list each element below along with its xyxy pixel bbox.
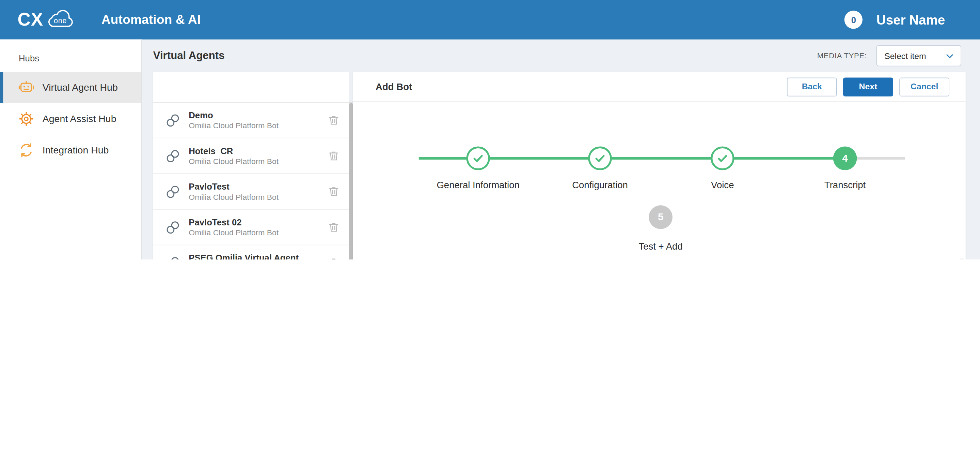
omilia-bot-icon xyxy=(164,184,181,200)
trash-icon[interactable] xyxy=(328,150,340,162)
main-content: Virtual Agents MEDIA TYPE: Select item D… xyxy=(142,40,980,259)
add-bot-title: Add Bot xyxy=(375,81,412,92)
notification-badge[interactable]: 0 xyxy=(845,11,862,29)
bot-name: PSEG Omilia Virtual Agent xyxy=(189,252,299,259)
step-label-general-information: General Information xyxy=(416,180,541,190)
omilia-bot-icon xyxy=(164,112,181,129)
media-type-value: Select item xyxy=(884,51,945,61)
trash-icon[interactable] xyxy=(328,257,340,259)
omilia-bot-icon xyxy=(164,219,181,235)
bot-name: Demo xyxy=(189,109,278,120)
gear-icon xyxy=(18,111,35,127)
sidebar-section-label: Hubs xyxy=(0,40,141,72)
trash-icon[interactable] xyxy=(328,185,340,198)
app-title: Automation & AI xyxy=(102,13,201,27)
add-bot-header: Add Bot Back Next Cancel xyxy=(353,72,966,102)
list-item[interactable]: Hotels_CROmilia Cloud Platform Bot xyxy=(153,139,349,174)
svg-text:one: one xyxy=(54,16,67,24)
sync-arrows-icon xyxy=(18,142,35,158)
trash-icon[interactable] xyxy=(328,221,340,233)
trash-icon[interactable] xyxy=(328,114,340,126)
check-icon xyxy=(594,152,606,165)
add-bot-panel: Add Bot Back Next Cancel xyxy=(353,72,966,259)
bot-name: Hotels_CR xyxy=(189,145,278,156)
sidebar-item-label: Integration Hub xyxy=(43,145,109,156)
page-header: Virtual Agents MEDIA TYPE: Select item xyxy=(142,40,980,72)
bot-list-panel: DemoOmilia Cloud Platform Bot Hotels_CRO… xyxy=(153,72,349,259)
app-window: CX one Automation & AI 0 User Name Hubs xyxy=(0,0,980,259)
step-voice-check xyxy=(711,146,735,170)
step-test-add-circle: 5 xyxy=(649,205,673,229)
list-item[interactable]: PavloTest 02Omilia Cloud Platform Bot xyxy=(153,210,349,246)
page-title: Virtual Agents xyxy=(153,50,225,62)
wizard-scrollbar-track[interactable] xyxy=(960,259,964,259)
cancel-button[interactable]: Cancel xyxy=(899,77,949,96)
check-icon xyxy=(472,152,485,165)
media-type-label: MEDIA TYPE: xyxy=(817,51,867,60)
list-item[interactable]: PSEG Omilia Virtual AgentOmilia Cloud Pl… xyxy=(153,246,349,259)
bot-name: PavloTest 02 xyxy=(189,216,278,227)
step-configuration-check xyxy=(588,146,612,170)
sidebar-item-label: Virtual Agent Hub xyxy=(43,82,118,93)
media-type-select[interactable]: Select item xyxy=(876,45,961,66)
bot-name: PavloTest xyxy=(189,181,278,192)
bot-type: Omilia Cloud Platform Bot xyxy=(189,192,278,203)
bot-list-scrollbar[interactable] xyxy=(349,102,353,259)
bot-type: Omilia Cloud Platform Bot xyxy=(189,156,278,167)
logo-cx-text: CX xyxy=(18,11,43,29)
next-button[interactable]: Next xyxy=(843,77,893,96)
check-icon xyxy=(716,152,729,165)
step-label-transcript: Transcript xyxy=(783,180,907,190)
cxone-logo: CX one xyxy=(18,8,78,31)
bot-list-toolbar xyxy=(153,72,349,103)
robot-icon xyxy=(18,80,35,96)
list-item[interactable]: DemoOmilia Cloud Platform Bot xyxy=(153,103,349,139)
sidebar-item-integration-hub[interactable]: Integration Hub xyxy=(0,135,141,166)
sidebar: Hubs Virtual Agent Hub xyxy=(0,40,142,259)
list-item[interactable]: PavloTestOmilia Cloud Platform Bot xyxy=(153,174,349,210)
sidebar-item-virtual-agent-hub[interactable]: Virtual Agent Hub xyxy=(0,72,141,103)
cloud-logo-icon: one xyxy=(44,10,78,31)
bot-type: Omilia Cloud Platform Bot xyxy=(189,227,278,238)
sidebar-item-agent-assist-hub[interactable]: Agent Assist Hub xyxy=(0,103,141,135)
user-menu[interactable]: User Name xyxy=(877,12,945,27)
top-header-bar: CX one Automation & AI 0 User Name xyxy=(0,0,980,40)
step-label-test-add: Test + Add xyxy=(598,241,723,252)
wizard-body: 4 General Information Configuration Voic… xyxy=(353,102,966,259)
chevron-down-icon xyxy=(945,51,955,61)
bot-type: Omilia Cloud Platform Bot xyxy=(189,120,278,131)
scrollbar-thumb[interactable] xyxy=(349,103,353,259)
step-label-voice: Voice xyxy=(660,180,785,190)
step-label-configuration: Configuration xyxy=(537,180,662,190)
sidebar-item-label: Agent Assist Hub xyxy=(43,113,116,125)
back-button[interactable]: Back xyxy=(787,77,837,96)
omilia-bot-icon xyxy=(164,255,181,259)
step-general-information-check xyxy=(466,146,490,170)
omilia-bot-icon xyxy=(164,148,181,164)
step-transcript-circle: 4 xyxy=(833,146,857,170)
